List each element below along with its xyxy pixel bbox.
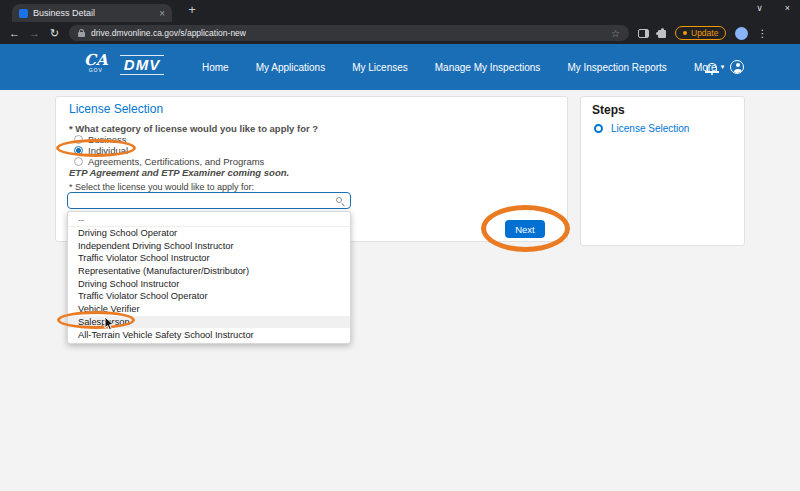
nav-my-inspection-reports[interactable]: My Inspection Reports — [567, 62, 667, 73]
ca-gov-logo[interactable]: CA GOV — [84, 53, 108, 73]
coming-soon-note: ETP Agreement and ETP Examiner coming so… — [69, 167, 289, 178]
radio-icon[interactable] — [74, 135, 83, 144]
update-label: Update — [691, 28, 718, 38]
lock-icon — [78, 32, 85, 37]
steps-title: Steps — [592, 103, 625, 117]
select-license-label: * Select the license you would like to a… — [69, 182, 254, 192]
dropdown-option[interactable]: All-Terrain Vehicle Safety School Instru… — [68, 328, 350, 341]
browser-menu-icon[interactable]: ⋮ — [757, 28, 767, 39]
dropdown-option[interactable]: Vehicle Verifier — [68, 303, 350, 316]
step-license-selection: License Selection — [611, 123, 689, 134]
radio-option-business[interactable]: Business — [74, 134, 127, 145]
browser-address-bar: ← → ↻ drive.dmvonline.ca.gov/s/applicati… — [0, 22, 800, 44]
nav-my-licenses[interactable]: My Licenses — [352, 62, 408, 73]
url-text: drive.dmvonline.ca.gov/s/application-new — [91, 28, 246, 38]
tab-title: Business Detail — [33, 8, 95, 18]
browser-tab-strip: Business Detail × + ∨ × — [0, 0, 800, 22]
dropdown-option[interactable]: Representative (Manufacturer/Distributor… — [68, 265, 350, 278]
step-radio-icon — [594, 124, 603, 133]
category-question: * What category of license would you lik… — [69, 123, 318, 134]
license-dropdown-list: -- Driving School Operator Independent D… — [67, 211, 351, 344]
nav-my-applications[interactable]: My Applications — [256, 62, 325, 73]
nav-home[interactable]: Home — [202, 62, 229, 73]
radio-option-agreements[interactable]: Agreements, Certifications, and Programs — [74, 156, 264, 167]
page-title: License Selection — [69, 102, 163, 116]
user-avatar-icon[interactable] — [730, 60, 744, 74]
tab-search-chevron-icon[interactable]: ∨ — [756, 3, 763, 13]
dropdown-option-salesperson[interactable]: Salesperson — [68, 316, 350, 329]
update-dot-icon — [683, 31, 687, 35]
extensions-puzzle-icon[interactable] — [658, 30, 666, 38]
dropdown-option-none[interactable]: -- — [68, 214, 350, 227]
steps-card — [580, 96, 745, 246]
dropdown-option[interactable]: Traffic Violator School Operator — [68, 290, 350, 303]
tab-favicon-icon — [19, 9, 28, 18]
browser-profile-avatar[interactable] — [735, 27, 748, 40]
dropdown-option[interactable]: Traffic Violator School Instructor — [68, 252, 350, 265]
radio-icon[interactable] — [74, 157, 83, 166]
url-bar[interactable]: drive.dmvonline.ca.gov/s/application-new… — [69, 25, 629, 41]
back-icon[interactable]: ← — [9, 27, 20, 39]
side-panel-icon[interactable] — [638, 29, 649, 38]
browser-tab[interactable]: Business Detail × — [12, 4, 172, 22]
dropdown-option[interactable]: Driving School Instructor — [68, 277, 350, 290]
radio-selected-icon[interactable] — [74, 146, 83, 155]
next-button[interactable]: Next — [505, 220, 545, 238]
browser-window: Business Detail × + ∨ × ← → ↻ drive.dmvo… — [0, 0, 800, 491]
radio-option-individual[interactable]: Individual — [74, 145, 128, 156]
browser-update-button[interactable]: Update — [675, 26, 726, 40]
nav-manage-my-inspections[interactable]: Manage My Inspections — [435, 62, 541, 73]
reload-icon[interactable]: ↻ — [49, 27, 60, 40]
notifications-bell-icon[interactable] — [707, 63, 717, 72]
forward-icon[interactable]: → — [29, 27, 40, 39]
dropdown-option[interactable]: Driving School Operator — [68, 227, 350, 240]
license-search-input[interactable] — [67, 192, 351, 209]
window-close-icon[interactable]: × — [785, 3, 790, 13]
new-tab-button[interactable]: + — [184, 2, 200, 17]
bookmark-star-icon[interactable]: ☆ — [611, 28, 620, 39]
search-icon — [336, 197, 342, 203]
dropdown-option[interactable]: Independent Driving School Instructor — [68, 239, 350, 252]
tab-close-icon[interactable]: × — [159, 8, 165, 19]
site-header: CA GOV DMV Home My Applications My Licen… — [0, 44, 800, 90]
dmv-logo[interactable]: DMV — [116, 54, 168, 76]
site-nav: Home My Applications My Licenses Manage … — [202, 44, 724, 90]
